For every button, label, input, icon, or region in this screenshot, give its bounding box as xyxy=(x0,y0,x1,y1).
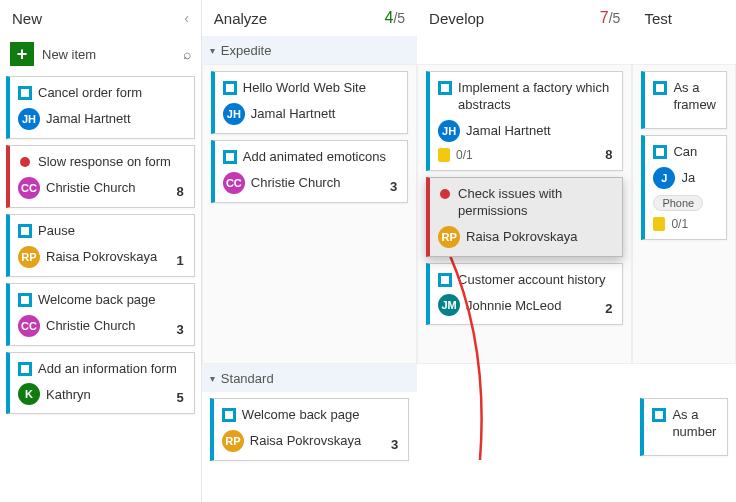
svg-rect-4 xyxy=(21,227,29,235)
avatar: CC xyxy=(223,172,245,194)
avatar: CC xyxy=(18,315,40,337)
card-count: 8 xyxy=(605,147,612,162)
card-count: 2 xyxy=(605,301,612,316)
column-header-analyze: Analyze 4/5 xyxy=(202,0,417,36)
avatar: RP xyxy=(222,430,244,452)
svg-rect-6 xyxy=(21,296,29,304)
task-icon xyxy=(653,217,667,231)
wip-counter: 7/5 xyxy=(600,9,621,27)
bug-icon xyxy=(438,187,452,201)
card-count: 3 xyxy=(390,179,397,194)
svg-rect-25 xyxy=(653,217,665,231)
svg-rect-1 xyxy=(21,89,29,97)
add-button[interactable]: + xyxy=(10,42,34,66)
column-title: Analyze xyxy=(214,10,267,27)
card[interactable]: Add an information form KKathryn 5 xyxy=(6,352,195,415)
svg-point-18 xyxy=(440,189,450,199)
card-count: 5 xyxy=(177,390,184,405)
card[interactable]: Customer account history JMJohnnie McLeo… xyxy=(426,263,623,326)
chevron-left-icon[interactable]: ‹ xyxy=(184,10,189,26)
swimlane-standard[interactable]: ▾Standard xyxy=(202,364,417,392)
svg-rect-27 xyxy=(655,411,663,419)
tag: Phone xyxy=(653,195,703,211)
card[interactable]: Implement a factory which abstracts JHJa… xyxy=(426,71,623,171)
pbi-icon xyxy=(222,408,236,422)
wip-counter: 4/5 xyxy=(385,9,406,27)
new-item-label[interactable]: New item xyxy=(42,47,175,62)
pbi-icon xyxy=(653,145,667,159)
svg-rect-8 xyxy=(21,365,29,373)
pbi-icon xyxy=(438,81,452,95)
svg-rect-14 xyxy=(225,411,233,419)
card[interactable]: As anumber xyxy=(640,398,728,456)
avatar: K xyxy=(18,383,40,405)
pbi-icon xyxy=(223,81,237,95)
card[interactable]: Slow response on form CCChristie Church … xyxy=(6,145,195,208)
avatar: RP xyxy=(18,246,40,268)
svg-rect-16 xyxy=(441,84,449,92)
svg-rect-12 xyxy=(226,153,234,161)
card-dragging[interactable]: Check issues with permissions RPRaisa Po… xyxy=(426,177,623,257)
pbi-icon xyxy=(653,81,667,95)
card[interactable]: Add animated emoticons CCChristie Church… xyxy=(211,140,408,203)
pbi-icon xyxy=(18,86,32,100)
card[interactable]: Welcome back page CCChristie Church 3 xyxy=(6,283,195,346)
search-icon[interactable]: ⌕ xyxy=(183,46,191,62)
svg-point-2 xyxy=(20,157,30,167)
bug-icon xyxy=(18,155,32,169)
swimlane-expedite[interactable]: ▾Expedite xyxy=(202,36,417,64)
card[interactable]: Pause RPRaisa Pokrovskaya 1 xyxy=(6,214,195,277)
column-title: Develop xyxy=(429,10,484,27)
column-title: Test xyxy=(644,10,672,27)
card[interactable]: Cancel order form JHJamal Hartnett xyxy=(6,76,195,139)
card[interactable]: Can JJa Phone 0/1 xyxy=(641,135,727,240)
svg-rect-10 xyxy=(226,84,234,92)
card-count: 8 xyxy=(177,184,184,199)
column-header-new: New ‹ xyxy=(0,0,201,36)
svg-rect-20 xyxy=(441,276,449,284)
avatar: JH xyxy=(223,103,245,125)
card[interactable]: As aframew xyxy=(641,71,727,129)
task-icon xyxy=(438,148,452,162)
column-header-develop: Develop 7/5 xyxy=(417,0,632,36)
pbi-icon xyxy=(438,273,452,287)
svg-rect-17 xyxy=(438,148,450,162)
avatar: JM xyxy=(438,294,460,316)
card-count: 3 xyxy=(391,437,398,452)
svg-rect-24 xyxy=(656,148,664,156)
avatar: RP xyxy=(438,226,460,248)
avatar: JH xyxy=(438,120,460,142)
chevron-down-icon: ▾ xyxy=(210,45,215,56)
card[interactable]: Hello World Web Site JHJamal Hartnett xyxy=(211,71,408,134)
pbi-icon xyxy=(18,293,32,307)
avatar: J xyxy=(653,167,675,189)
card[interactable]: Welcome back page RPRaisa Pokrovskaya 3 xyxy=(210,398,409,461)
pbi-icon xyxy=(18,224,32,238)
pbi-icon xyxy=(18,362,32,376)
pbi-icon xyxy=(223,150,237,164)
svg-rect-22 xyxy=(656,84,664,92)
avatar: JH xyxy=(18,108,40,130)
card-count: 1 xyxy=(177,253,184,268)
column-title: New xyxy=(12,10,42,27)
chevron-down-icon: ▾ xyxy=(210,373,215,384)
column-header-test: Test xyxy=(632,0,736,36)
card-count: 3 xyxy=(177,322,184,337)
pbi-icon xyxy=(652,408,666,422)
avatar: CC xyxy=(18,177,40,199)
